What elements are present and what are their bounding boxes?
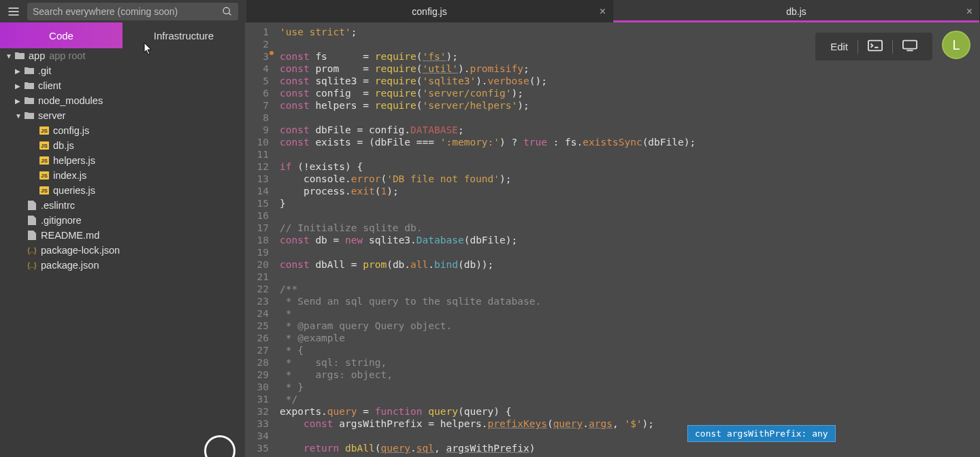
tab-config-js[interactable]: config.js × bbox=[246, 0, 613, 22]
menu-button[interactable] bbox=[0, 0, 27, 22]
code-area[interactable]: 'use strict';const fs = require('fs');co… bbox=[276, 22, 980, 457]
tree-folder-node-modules[interactable]: ▶ node_modules bbox=[0, 93, 245, 108]
terminal-button[interactable] bbox=[861, 37, 889, 56]
tree-file-config-js[interactable]: JS config.js bbox=[0, 123, 245, 138]
search-input[interactable] bbox=[33, 6, 222, 17]
tree-file-db-js[interactable]: JS db.js bbox=[0, 138, 245, 153]
js-icon: JS bbox=[39, 156, 49, 165]
monitor-icon bbox=[902, 39, 917, 52]
line-number: 31 bbox=[245, 393, 269, 405]
line-number: 8 bbox=[245, 112, 269, 124]
line-number: 25 bbox=[245, 320, 269, 332]
line-number: 21 bbox=[245, 271, 269, 283]
json-icon: {..} bbox=[26, 260, 38, 271]
tree-file-queries-js[interactable]: JS queries.js bbox=[0, 183, 245, 198]
avatar-letter: L bbox=[952, 37, 960, 53]
tree-label: helpers.js bbox=[53, 155, 95, 166]
line-gutter: 1234567891011121314151617181920212223242… bbox=[245, 22, 276, 457]
search-icon bbox=[222, 6, 233, 17]
code-line: const prom = require('util').promisify; bbox=[280, 63, 980, 75]
view-tab-infrastructure[interactable]: Infrastructure bbox=[122, 22, 245, 48]
code-line: const dbFile = config.DATABASE; bbox=[280, 124, 980, 136]
tree-folder-client[interactable]: ▶ client bbox=[0, 78, 245, 93]
view-tab-code[interactable]: Code bbox=[0, 22, 122, 48]
code-editor[interactable]: 1234567891011121314151617181920212223242… bbox=[245, 22, 980, 457]
tree-label: .git bbox=[38, 65, 51, 76]
line-number: 6 bbox=[245, 87, 269, 99]
line-number: 17 bbox=[245, 222, 269, 234]
close-icon[interactable]: × bbox=[600, 5, 606, 18]
tree-file-package-json[interactable]: {..} package.json bbox=[0, 258, 245, 273]
line-number: 33 bbox=[245, 418, 269, 430]
line-number: 27 bbox=[245, 344, 269, 356]
code-line: * args: object, bbox=[280, 369, 980, 381]
code-line: * Send an sql query to the sqlite databa… bbox=[280, 295, 980, 307]
search-box[interactable] bbox=[27, 3, 238, 20]
folder-icon bbox=[23, 95, 35, 106]
js-icon: JS bbox=[39, 186, 49, 194]
tree-label: index.js bbox=[53, 170, 86, 181]
file-icon bbox=[26, 200, 38, 211]
line-number: 35 bbox=[245, 442, 269, 454]
line-number: 11 bbox=[245, 148, 269, 160]
gutter-marker bbox=[270, 51, 274, 55]
line-number: 1 bbox=[245, 26, 269, 38]
code-line: // Initialize sqlite db. bbox=[280, 222, 980, 234]
line-number: 12 bbox=[245, 160, 269, 173]
svg-line-4 bbox=[229, 13, 231, 15]
tree-label: db.js bbox=[53, 140, 74, 151]
line-number: 24 bbox=[245, 307, 269, 320]
tree-label: queries.js bbox=[53, 185, 95, 196]
hover-tooltip: const argsWithPrefix: any bbox=[687, 425, 836, 442]
file-icon bbox=[26, 230, 38, 241]
tree-folder-git[interactable]: ▶ .git bbox=[0, 63, 245, 78]
terminal-icon bbox=[868, 39, 883, 52]
line-number: 34 bbox=[245, 430, 269, 442]
folder-icon bbox=[23, 80, 35, 91]
code-line: if (!exists) { bbox=[280, 160, 980, 173]
line-number: 15 bbox=[245, 197, 269, 209]
code-line: * sql: string, bbox=[280, 356, 980, 369]
display-button[interactable] bbox=[896, 37, 924, 56]
tree-folder-server[interactable]: ▼ server bbox=[0, 108, 245, 123]
tree-label: README.md bbox=[41, 230, 99, 241]
line-number: 9 bbox=[245, 124, 269, 136]
code-line: const db = new sqlite3.Database(dbFile); bbox=[280, 234, 980, 246]
divider bbox=[858, 40, 858, 54]
tree-label: package.json bbox=[41, 260, 99, 271]
code-line: * { bbox=[280, 344, 980, 356]
line-number: 20 bbox=[245, 258, 269, 271]
svg-rect-6 bbox=[903, 41, 917, 49]
edit-button[interactable]: Edit bbox=[823, 38, 855, 55]
tree-label: .eslintrc bbox=[41, 200, 75, 211]
tree-file-helpers-js[interactable]: JS helpers.js bbox=[0, 153, 245, 168]
tree-file-index-js[interactable]: JS index.js bbox=[0, 168, 245, 183]
tree-file-gitignore[interactable]: .gitignore bbox=[0, 213, 245, 228]
js-icon: JS bbox=[39, 141, 49, 150]
tree-desc: app root bbox=[49, 50, 85, 61]
hamburger-icon bbox=[7, 5, 20, 18]
tab-db-js[interactable]: db.js × bbox=[613, 0, 980, 22]
folder-icon bbox=[14, 50, 26, 61]
tree-file-readme[interactable]: README.md bbox=[0, 228, 245, 243]
tree-root[interactable]: ▼ app app root bbox=[0, 48, 245, 63]
line-number: 30 bbox=[245, 381, 269, 393]
tree-label: .gitignore bbox=[41, 215, 82, 226]
tree-file-package-lock[interactable]: {..} package-lock.json bbox=[0, 243, 245, 258]
avatar[interactable]: L bbox=[942, 31, 970, 59]
line-number: 23 bbox=[245, 295, 269, 307]
code-line: process.exit(1); bbox=[280, 185, 980, 197]
line-number: 28 bbox=[245, 356, 269, 369]
svg-rect-5 bbox=[868, 41, 882, 51]
code-line: const config = require('server/config'); bbox=[280, 87, 980, 99]
code-line: const argsWithPrefix = helpers.prefixKey… bbox=[280, 418, 980, 430]
line-number: 13 bbox=[245, 173, 269, 185]
editor-toolbar: Edit bbox=[815, 33, 932, 61]
file-tree: ▼ app app root ▶ .git ▶ client ▶ node_mo… bbox=[0, 48, 245, 457]
code-line: */ bbox=[280, 393, 980, 405]
close-icon[interactable]: × bbox=[966, 5, 973, 18]
tree-file-eslintrc[interactable]: .eslintrc bbox=[0, 198, 245, 213]
line-number: 3 bbox=[245, 50, 269, 63]
code-line: /** bbox=[280, 283, 980, 295]
json-icon: {..} bbox=[26, 245, 38, 256]
